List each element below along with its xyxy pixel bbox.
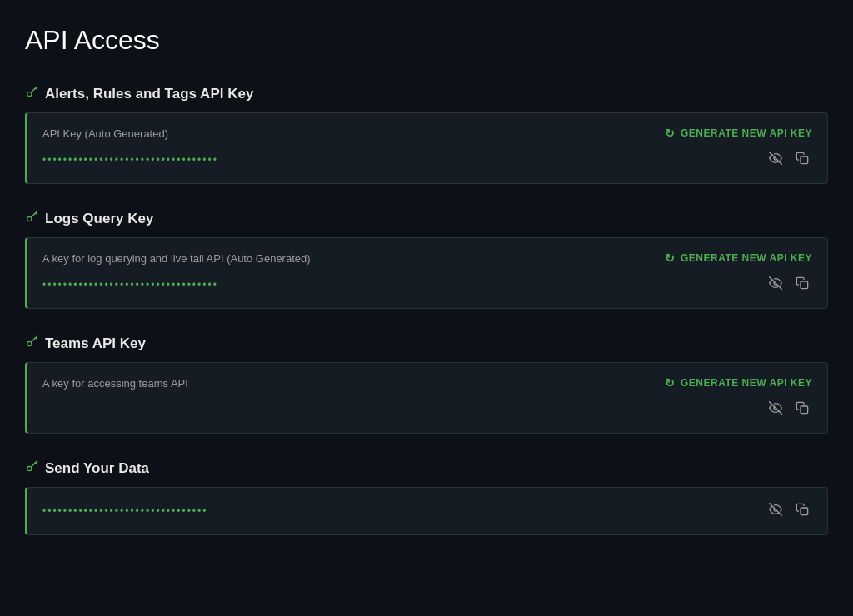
toggle-visibility-button-alerts-rules-tags[interactable]: [766, 150, 786, 170]
section-header-send-data: Send Your Data: [25, 460, 828, 477]
section-header-logs-query: Logs Query Key: [25, 211, 828, 227]
section-alerts-rules-tags: Alerts, Rules and Tags API KeyAPI Key (A…: [25, 86, 828, 184]
key-row-alerts-rules-tags: ••••••••••••••••••••••••••••••••••: [42, 150, 812, 170]
toggle-visibility-button-send-data[interactable]: [766, 501, 786, 521]
card-top-logs-query: A key for log querying and live tail API…: [42, 251, 812, 265]
svg-line-8: [36, 213, 37, 214]
refresh-icon: ↻: [665, 376, 676, 390]
card-label-logs-query: A key for log querying and live tail API…: [42, 252, 311, 265]
key-actions-alerts-rules-tags: [766, 150, 812, 170]
svg-rect-11: [801, 281, 808, 289]
key-icon: [25, 211, 38, 227]
key-icon: [25, 460, 38, 477]
section-header-alerts-rules-tags: Alerts, Rules and Tags API Key: [25, 86, 828, 102]
svg-line-21: [34, 463, 35, 464]
section-title-alerts-rules-tags: Alerts, Rules and Tags API Key: [45, 86, 253, 102]
key-actions-teams-api: [766, 400, 812, 420]
section-header-teams-api: Teams API Key: [25, 335, 828, 352]
card-teams-api: A key for accessing teams API↻GENERATE N…: [25, 362, 828, 434]
card-alerts-rules-tags: API Key (Auto Generated)↻GENERATE NEW AP…: [25, 112, 828, 184]
section-teams-api: Teams API KeyA key for accessing teams A…: [25, 335, 828, 434]
refresh-icon: ↻: [665, 251, 676, 265]
toggle-visibility-button-logs-query[interactable]: [766, 275, 786, 295]
svg-line-20: [36, 463, 37, 464]
key-actions-logs-query: [766, 275, 812, 295]
section-title-send-data: Send Your Data: [45, 460, 149, 477]
toggle-visibility-button-teams-api[interactable]: [766, 400, 786, 420]
key-actions-send-data: [766, 501, 812, 521]
generate-key-button-teams-api[interactable]: ↻GENERATE NEW API KEY: [665, 376, 812, 390]
section-send-data: Send Your Data••••••••••••••••••••••••••…: [25, 460, 828, 535]
copy-key-button-logs-query[interactable]: [792, 275, 812, 295]
key-dots-alerts-rules-tags: ••••••••••••••••••••••••••••••••••: [42, 154, 766, 166]
copy-key-button-send-data[interactable]: [792, 501, 812, 521]
card-logs-query: A key for log querying and live tail API…: [25, 237, 828, 309]
svg-rect-5: [801, 156, 808, 164]
key-dots-logs-query: ••••••••••••••••••••••••••••••••••: [42, 279, 766, 291]
card-top-alerts-rules-tags: API Key (Auto Generated)↻GENERATE NEW AP…: [42, 127, 812, 140]
generate-key-button-alerts-rules-tags[interactable]: ↻GENERATE NEW API KEY: [665, 127, 812, 140]
svg-line-9: [34, 213, 35, 214]
svg-line-2: [36, 88, 37, 89]
card-top-teams-api: A key for accessing teams API↻GENERATE N…: [42, 376, 812, 390]
refresh-icon: ↻: [665, 127, 676, 140]
svg-line-14: [36, 338, 37, 339]
key-row-teams-api: [42, 400, 812, 420]
card-label-teams-api: A key for accessing teams API: [42, 377, 188, 390]
svg-rect-23: [801, 508, 808, 515]
key-row-send-data: ••••••••••••••••••••••••••••••••: [42, 501, 812, 521]
svg-line-3: [34, 88, 35, 89]
section-title-logs-query: Logs Query Key: [45, 211, 153, 227]
card-label-alerts-rules-tags: API Key (Auto Generated): [42, 127, 168, 140]
copy-key-button-teams-api[interactable]: [792, 400, 812, 420]
card-send-data: ••••••••••••••••••••••••••••••••: [25, 487, 828, 535]
generate-key-label: GENERATE NEW API KEY: [681, 377, 812, 389]
key-dots-send-data: ••••••••••••••••••••••••••••••••: [42, 505, 766, 517]
key-icon: [25, 86, 38, 102]
svg-line-15: [34, 338, 35, 339]
key-row-logs-query: ••••••••••••••••••••••••••••••••••: [42, 275, 812, 295]
section-logs-query: Logs Query KeyA key for log querying and…: [25, 211, 828, 309]
copy-key-button-alerts-rules-tags[interactable]: [792, 150, 812, 170]
svg-rect-17: [801, 406, 808, 414]
section-title-teams-api: Teams API Key: [45, 335, 146, 352]
page-title: API Access: [25, 25, 828, 56]
key-icon: [25, 335, 38, 352]
generate-key-button-logs-query[interactable]: ↻GENERATE NEW API KEY: [665, 251, 812, 265]
generate-key-label: GENERATE NEW API KEY: [681, 127, 812, 139]
generate-key-label: GENERATE NEW API KEY: [681, 252, 812, 264]
